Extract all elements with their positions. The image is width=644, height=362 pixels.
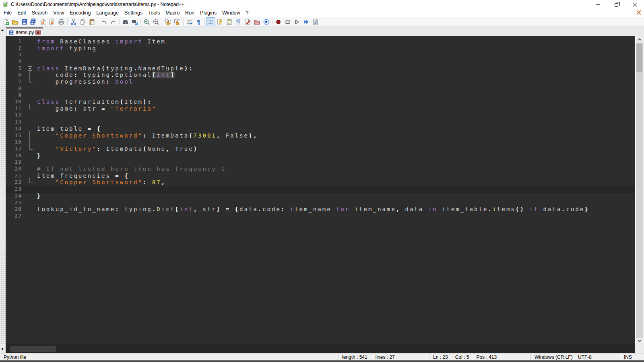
code-line[interactable]: 9 <box>6 92 635 99</box>
line-number[interactable]: 8 <box>6 85 24 92</box>
file-monitoring-button[interactable] <box>262 17 271 26</box>
code-line[interactable]: 19 <box>6 159 635 166</box>
code-line[interactable]: 22 "Copper Shortsword": 87, <box>6 179 635 186</box>
menu-run[interactable]: Run <box>182 9 197 16</box>
menu-language[interactable]: Language <box>93 9 122 16</box>
line-number[interactable]: 24 <box>6 193 24 200</box>
fold-margin[interactable] <box>24 99 35 105</box>
cut-button[interactable] <box>69 17 78 26</box>
menu-macro[interactable]: Macro <box>163 9 182 16</box>
code-line[interactable]: 6 code: typing.Optional[int] <box>6 72 635 78</box>
menu-edit[interactable]: Edit <box>14 9 29 16</box>
tab-items-py[interactable]: Items.py <box>6 27 43 36</box>
define-language-button[interactable] <box>243 17 252 26</box>
code-line[interactable]: 27 <box>6 213 635 220</box>
menu-encoding[interactable]: Encoding <box>67 9 93 16</box>
line-number[interactable]: 27 <box>6 213 24 220</box>
undo-button[interactable] <box>99 17 109 26</box>
code-line[interactable]: 12 <box>6 112 635 119</box>
code-line[interactable]: 4 <box>6 58 635 65</box>
line-number[interactable]: 5 <box>6 65 24 72</box>
line-number[interactable]: 1 <box>6 38 24 45</box>
minimize-button[interactable] <box>588 0 607 9</box>
code-line[interactable]: 18} <box>6 152 635 159</box>
macro-record-button[interactable] <box>274 17 283 26</box>
code-line[interactable]: 7 progression: bool <box>6 78 635 85</box>
fold-collapse-icon[interactable] <box>28 66 32 71</box>
zoom-in-button[interactable] <box>142 17 151 26</box>
line-number[interactable]: 6 <box>6 72 24 78</box>
line-number[interactable]: 18 <box>6 152 24 159</box>
function-list-button[interactable] <box>215 17 225 26</box>
line-number[interactable]: 13 <box>6 119 24 125</box>
code-line[interactable]: 2import typing <box>6 45 635 52</box>
sync-horizontal-scroll-button[interactable] <box>173 17 182 26</box>
new-file-button[interactable] <box>1 17 10 26</box>
code-line[interactable]: 8 <box>6 85 635 92</box>
line-number[interactable]: 12 <box>6 112 24 119</box>
code-line[interactable]: 21item_frequencies = { <box>6 173 635 179</box>
line-number[interactable]: 3 <box>6 51 24 58</box>
menu-settings[interactable]: Settings <box>122 9 145 16</box>
line-number[interactable]: 23 <box>6 186 24 193</box>
code-area[interactable]: 1from BaseClasses import Item2import typ… <box>6 36 635 344</box>
code-line[interactable]: 24} <box>6 193 635 200</box>
line-number[interactable]: 9 <box>6 92 24 99</box>
tab-scroll-left-icon[interactable]: ◄ <box>0 29 4 32</box>
close-tab-icon[interactable] <box>35 30 41 35</box>
fold-collapse-icon[interactable] <box>28 100 32 104</box>
close-button[interactable] <box>625 0 644 9</box>
vertical-scrollbar[interactable] <box>636 36 643 344</box>
horizontal-scrollbar-thumb[interactable] <box>10 346 56 352</box>
dock-arrow-right-icon[interactable]: ► <box>0 344 6 353</box>
line-number[interactable]: 25 <box>6 200 24 206</box>
status-encoding[interactable]: UTF-8 <box>574 354 620 360</box>
line-number[interactable]: 7 <box>6 78 24 85</box>
redo-button[interactable] <box>109 17 118 26</box>
line-number[interactable]: 22 <box>6 179 24 186</box>
find-button[interactable] <box>121 17 130 26</box>
code-line[interactable]: 1from BaseClasses import Item <box>6 38 635 45</box>
line-number[interactable]: 16 <box>6 139 24 146</box>
menu-tools[interactable]: Tools <box>145 9 163 16</box>
code-line[interactable]: 10class TerrariaItem(Item): <box>6 99 635 105</box>
menu-file[interactable]: File <box>1 9 14 16</box>
fold-margin[interactable] <box>24 125 35 132</box>
line-number[interactable]: 21 <box>6 173 24 179</box>
scroll-down-button[interactable] <box>636 338 643 344</box>
code-line[interactable]: 23 <box>6 186 635 193</box>
line-number[interactable]: 4 <box>6 58 24 65</box>
scroll-up-button[interactable] <box>636 36 643 43</box>
code-line[interactable]: 5class ItemData(typing.NamedTuple): <box>6 65 635 72</box>
document-map-button[interactable] <box>225 17 234 26</box>
code-line[interactable]: 3 <box>6 51 635 58</box>
line-number[interactable]: 19 <box>6 159 24 166</box>
line-number[interactable]: 2 <box>6 45 24 52</box>
menu-window[interactable]: Window <box>219 9 243 16</box>
line-number[interactable]: 11 <box>6 105 24 112</box>
document-list-button[interactable] <box>234 17 243 26</box>
code-line[interactable]: 25 <box>6 200 635 206</box>
save-all-button[interactable] <box>29 17 38 26</box>
paste-button[interactable] <box>87 17 97 26</box>
status-eol-format[interactable]: Windows (CR LF) <box>530 354 574 360</box>
code-line[interactable]: 17 "Victory": ItemData(None, True) <box>6 146 635 152</box>
horizontal-scrollbar-track[interactable] <box>6 344 635 353</box>
line-number[interactable]: 14 <box>6 125 24 132</box>
line-number[interactable]: 26 <box>6 206 24 213</box>
sync-vertical-scroll-button[interactable] <box>163 17 173 26</box>
status-insert-mode[interactable]: INS <box>620 354 644 360</box>
show-indent-guide-button[interactable] <box>206 17 215 26</box>
macro-playback-button[interactable] <box>292 17 301 26</box>
show-all-characters-button[interactable]: ¶ <box>194 17 203 26</box>
line-number[interactable]: 10 <box>6 99 24 105</box>
open-file-button[interactable] <box>10 17 20 26</box>
folder-as-workspace-button[interactable] <box>252 17 262 26</box>
replace-button[interactable]: ab <box>130 17 139 26</box>
save-file-button[interactable] <box>20 17 29 26</box>
line-number[interactable]: 15 <box>6 132 24 139</box>
code-line[interactable]: 15 "Copper Shortsword": ItemData(73001, … <box>6 132 635 139</box>
fold-margin[interactable] <box>24 65 35 72</box>
print-button[interactable] <box>57 17 66 26</box>
fold-margin[interactable] <box>24 173 35 179</box>
